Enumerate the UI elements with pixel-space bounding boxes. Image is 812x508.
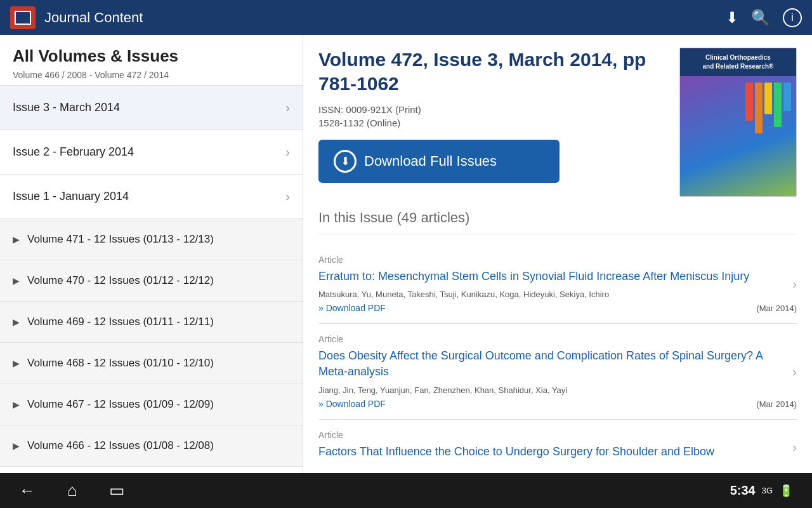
- cover-title-line2: and Related Research®: [703, 63, 774, 70]
- main-content: All Volumes & Issues Volume 466 / 2008 -…: [0, 35, 812, 473]
- article-chevron-icon: ›: [792, 364, 797, 378]
- triangle-icon: ▶: [13, 276, 20, 286]
- article-item-0: Article Erratum to: Mesenchymal Stem Cel…: [318, 244, 797, 324]
- in-this-issue-header: In this Issue (49 articles): [318, 210, 797, 234]
- sidebar-subheading: Volume 466 / 2008 - Volume 472 / 2014: [13, 70, 290, 80]
- bottom-nav: ← ⌂ ▭: [19, 481, 125, 500]
- volume-item-467[interactable]: ▶ Volume 467 - 12 Issues (01/09 - 12/09): [0, 384, 303, 425]
- issue-item-january[interactable]: Issue 1 - January 2014 ›: [0, 175, 303, 219]
- triangle-icon: ▶: [13, 441, 20, 451]
- search-toolbar-icon[interactable]: 🔍: [751, 9, 770, 27]
- volume-label: Volume 467 - 12 Issues (01/09 - 12/09): [27, 398, 214, 411]
- download-full-issues-button[interactable]: ⬇ Download Full Issues: [318, 140, 560, 183]
- sidebar: All Volumes & Issues Volume 466 / 2008 -…: [0, 35, 303, 473]
- download-button-label: Download Full Issues: [364, 153, 497, 170]
- cover-title-line1: Clinical Orthopaedics: [705, 54, 771, 61]
- article-chevron-icon: ›: [792, 277, 797, 291]
- article-authors: Jiang, Jin, Teng, Yuanjun, Fan, Zhenzhen…: [318, 385, 567, 395]
- triangle-icon: ▶: [13, 234, 20, 244]
- chevron-right-icon: ›: [285, 145, 290, 159]
- back-button[interactable]: ←: [19, 481, 36, 500]
- time-display: 5:34: [730, 483, 756, 498]
- app-logo: [10, 6, 36, 29]
- volume-label: Volume 470 - 12 Issues (01/12 - 12/12): [27, 274, 214, 287]
- volume-item-469[interactable]: ▶ Volume 469 - 12 Issues (01/11 - 12/11): [0, 302, 303, 343]
- download-circle-icon: ⬇: [334, 150, 357, 173]
- article-meta: Jiang, Jin, Teng, Yuanjun, Fan, Zhenzhen…: [318, 385, 797, 409]
- sidebar-heading: All Volumes & Issues: [13, 46, 290, 66]
- volume-label: Volume 466 - 12 Issues (01/08 - 12/08): [27, 439, 214, 452]
- triangle-icon: ▶: [13, 399, 20, 410]
- cover-bar-chart: [745, 83, 791, 133]
- sidebar-header: All Volumes & Issues Volume 466 / 2008 -…: [0, 35, 303, 86]
- volume-label: Volume 469 - 12 Issues (01/11 - 12/11): [27, 316, 214, 328]
- issue-item-march[interactable]: Issue 3 - March 2014 ›: [0, 86, 303, 130]
- download-pdf-link[interactable]: » Download PDF: [318, 303, 609, 313]
- article-authors: Matsukura, Yu, Muneta, Takeshi, Tsuji, K…: [318, 290, 609, 299]
- recents-button[interactable]: ▭: [109, 481, 125, 500]
- chevron-right-icon: ›: [285, 100, 290, 115]
- article-date: (Mar 2014): [756, 304, 797, 313]
- article-item-2: Article Factors That Influence the Choic…: [318, 420, 797, 473]
- article-title[interactable]: Does Obesity Affect the Surgical Outcome…: [318, 348, 797, 380]
- triangle-icon: ▶: [13, 317, 20, 327]
- bottom-bar: ← ⌂ ▭ 5:34 3G 🔋: [0, 473, 812, 508]
- cover-image: [680, 76, 796, 196]
- status-bar: 5:34 3G 🔋: [730, 483, 793, 498]
- volume-item-471[interactable]: ▶ Volume 471 - 12 Issues (01/13 - 12/13): [0, 219, 303, 260]
- issn-print: ISSN: 0009-921X (Print): [318, 104, 667, 115]
- download-toolbar-icon[interactable]: ⬇: [726, 9, 738, 27]
- issn-online: 1528-1132 (Online): [318, 117, 667, 128]
- triangle-icon: ▶: [13, 358, 20, 368]
- app-title: Journal Content: [44, 10, 726, 26]
- article-meta: Matsukura, Yu, Muneta, Takeshi, Tsuji, K…: [318, 290, 797, 313]
- article-date: (Mar 2014): [756, 399, 797, 409]
- article-type-label: Article: [318, 334, 797, 344]
- article-title[interactable]: Factors That Influence the Choice to Und…: [318, 444, 797, 460]
- article-type-label: Article: [318, 255, 797, 265]
- volume-label: Volume 468 - 12 Issues (01/10 - 12/10): [27, 357, 214, 370]
- article-count: (49 articles): [397, 210, 470, 225]
- article-item-1: Article Does Obesity Affect the Surgical…: [318, 324, 797, 419]
- article-chevron-icon: ›: [792, 440, 797, 455]
- issue-title: Volume 472, Issue 3, March 2014, pp 781-…: [318, 48, 667, 95]
- info-toolbar-icon[interactable]: i: [783, 8, 802, 27]
- chevron-right-icon: ›: [285, 189, 290, 204]
- article-title[interactable]: Erratum to: Mesenchymal Stem Cells in Sy…: [318, 269, 797, 284]
- journal-cover: Clinical Orthopaedics and Related Resear…: [679, 48, 797, 197]
- home-button[interactable]: ⌂: [67, 481, 77, 500]
- issue-item-label: Issue 1 - January 2014: [13, 190, 129, 203]
- toolbar-icons: ⬇ 🔍 i: [726, 8, 802, 27]
- volume-item-470[interactable]: ▶ Volume 470 - 12 Issues (01/12 - 12/12): [0, 260, 303, 302]
- right-panel: Volume 472, Issue 3, March 2014, pp 781-…: [303, 35, 812, 473]
- article-type-label: Article: [318, 430, 797, 440]
- battery-icon: 🔋: [779, 484, 793, 498]
- issue-info: Volume 472, Issue 3, March 2014, pp 781-…: [318, 48, 667, 197]
- volume-item-468[interactable]: ▶ Volume 468 - 12 Issues (01/10 - 12/10): [0, 343, 303, 384]
- volume-item-466[interactable]: ▶ Volume 466 - 12 Issues (01/08 - 12/08): [0, 425, 303, 467]
- issue-item-label: Issue 3 - March 2014: [13, 101, 120, 114]
- in-this-issue-label: In this Issue: [318, 210, 393, 225]
- signal-indicator: 3G: [762, 486, 773, 495]
- issue-item-february[interactable]: Issue 2 - February 2014 ›: [0, 130, 303, 175]
- top-bar: Journal Content ⬇ 🔍 i: [0, 0, 812, 35]
- issue-item-label: Issue 2 - February 2014: [13, 145, 134, 159]
- download-pdf-link[interactable]: » Download PDF: [318, 399, 567, 409]
- issue-header: Volume 472, Issue 3, March 2014, pp 781-…: [318, 48, 797, 197]
- volume-label: Volume 471 - 12 Issues (01/13 - 12/13): [27, 233, 214, 246]
- cover-title: Clinical Orthopaedics and Related Resear…: [680, 48, 796, 76]
